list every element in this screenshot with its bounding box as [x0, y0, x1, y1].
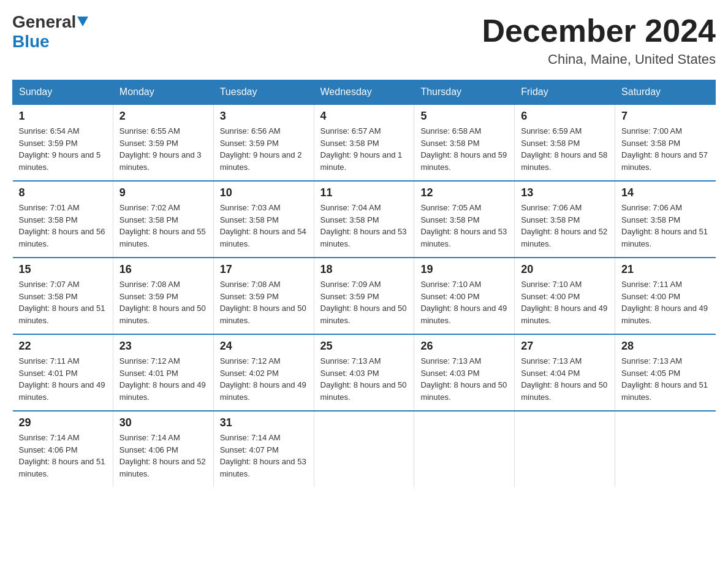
table-row: 1 Sunrise: 6:54 AMSunset: 3:59 PMDayligh…: [13, 104, 113, 181]
day-info: Sunrise: 7:13 AMSunset: 4:03 PMDaylight:…: [320, 355, 408, 403]
page-header: General Blue December 2024 China, Maine,…: [12, 12, 716, 67]
day-info: Sunrise: 7:05 AMSunset: 3:58 PMDaylight:…: [420, 202, 508, 250]
day-number: 16: [119, 263, 207, 276]
table-row: [515, 411, 615, 487]
day-info: Sunrise: 7:14 AMSunset: 4:06 PMDaylight:…: [19, 432, 107, 480]
day-number: 30: [119, 416, 207, 429]
table-row: 18 Sunrise: 7:09 AMSunset: 3:59 PMDaylig…: [314, 258, 414, 334]
table-row: 21 Sunrise: 7:11 AMSunset: 4:00 PMDaylig…: [615, 258, 716, 334]
calendar-subtitle: China, Maine, United States: [482, 52, 716, 67]
day-number: 31: [220, 416, 308, 429]
calendar-title: December 2024: [482, 12, 716, 49]
header-thursday: Thursday: [414, 80, 515, 105]
day-number: 6: [521, 110, 609, 123]
day-number: 1: [19, 110, 107, 123]
day-info: Sunrise: 7:12 AMSunset: 4:02 PMDaylight:…: [220, 355, 308, 403]
day-number: 27: [521, 340, 609, 353]
day-info: Sunrise: 7:06 AMSunset: 3:58 PMDaylight:…: [621, 202, 709, 250]
table-row: 24 Sunrise: 7:12 AMSunset: 4:02 PMDaylig…: [213, 334, 314, 411]
day-number: 13: [521, 186, 609, 199]
header-tuesday: Tuesday: [213, 80, 314, 105]
day-number: 22: [19, 340, 107, 353]
svg-marker-0: [77, 17, 88, 26]
calendar-week-row: 29 Sunrise: 7:14 AMSunset: 4:06 PMDaylig…: [13, 411, 716, 487]
day-info: Sunrise: 6:56 AMSunset: 3:59 PMDaylight:…: [220, 125, 308, 173]
day-info: Sunrise: 7:06 AMSunset: 3:58 PMDaylight:…: [521, 202, 609, 250]
table-row: 19 Sunrise: 7:10 AMSunset: 4:00 PMDaylig…: [414, 258, 515, 334]
day-number: 14: [621, 186, 709, 199]
calendar-week-row: 8 Sunrise: 7:01 AMSunset: 3:58 PMDayligh…: [13, 181, 716, 258]
day-info: Sunrise: 7:11 AMSunset: 4:00 PMDaylight:…: [621, 278, 709, 326]
table-row: 26 Sunrise: 7:13 AMSunset: 4:03 PMDaylig…: [414, 334, 515, 411]
day-number: 4: [320, 110, 408, 123]
header-monday: Monday: [113, 80, 213, 105]
table-row: 17 Sunrise: 7:08 AMSunset: 3:59 PMDaylig…: [213, 258, 314, 334]
table-row: 29 Sunrise: 7:14 AMSunset: 4:06 PMDaylig…: [13, 411, 113, 487]
table-row: 3 Sunrise: 6:56 AMSunset: 3:59 PMDayligh…: [213, 104, 314, 181]
table-row: 16 Sunrise: 7:08 AMSunset: 3:59 PMDaylig…: [113, 258, 213, 334]
day-number: 10: [220, 186, 308, 199]
header-saturday: Saturday: [615, 80, 716, 105]
day-number: 8: [19, 186, 107, 199]
day-info: Sunrise: 7:10 AMSunset: 4:00 PMDaylight:…: [420, 278, 508, 326]
table-row: 10 Sunrise: 7:03 AMSunset: 3:58 PMDaylig…: [213, 181, 314, 258]
header-sunday: Sunday: [13, 80, 113, 105]
calendar-week-row: 1 Sunrise: 6:54 AMSunset: 3:59 PMDayligh…: [13, 104, 716, 181]
day-number: 23: [119, 340, 207, 353]
table-row: 9 Sunrise: 7:02 AMSunset: 3:58 PMDayligh…: [113, 181, 213, 258]
day-number: 20: [521, 263, 609, 276]
day-info: Sunrise: 6:55 AMSunset: 3:59 PMDaylight:…: [119, 125, 207, 173]
table-row: 5 Sunrise: 6:58 AMSunset: 3:58 PMDayligh…: [414, 104, 515, 181]
logo-blue-text: Blue: [12, 32, 50, 51]
logo: General Blue: [12, 12, 88, 52]
day-info: Sunrise: 7:10 AMSunset: 4:00 PMDaylight:…: [521, 278, 609, 326]
table-row: 4 Sunrise: 6:57 AMSunset: 3:58 PMDayligh…: [314, 104, 414, 181]
day-info: Sunrise: 6:59 AMSunset: 3:58 PMDaylight:…: [521, 125, 609, 173]
day-info: Sunrise: 7:00 AMSunset: 3:58 PMDaylight:…: [621, 125, 709, 173]
day-number: 24: [220, 340, 308, 353]
day-info: Sunrise: 6:58 AMSunset: 3:58 PMDaylight:…: [420, 125, 508, 173]
table-row: [314, 411, 414, 487]
table-row: 6 Sunrise: 6:59 AMSunset: 3:58 PMDayligh…: [515, 104, 615, 181]
day-info: Sunrise: 7:07 AMSunset: 3:58 PMDaylight:…: [19, 278, 107, 326]
day-number: 7: [621, 110, 709, 123]
day-number: 12: [420, 186, 508, 199]
day-info: Sunrise: 7:01 AMSunset: 3:58 PMDaylight:…: [19, 202, 107, 250]
title-block: December 2024 China, Maine, United State…: [482, 12, 716, 67]
table-row: 28 Sunrise: 7:13 AMSunset: 4:05 PMDaylig…: [615, 334, 716, 411]
calendar-table: Sunday Monday Tuesday Wednesday Thursday…: [12, 80, 716, 487]
calendar-week-row: 22 Sunrise: 7:11 AMSunset: 4:01 PMDaylig…: [13, 334, 716, 411]
day-info: Sunrise: 7:13 AMSunset: 4:05 PMDaylight:…: [621, 355, 709, 403]
table-row: 20 Sunrise: 7:10 AMSunset: 4:00 PMDaylig…: [515, 258, 615, 334]
day-info: Sunrise: 7:08 AMSunset: 3:59 PMDaylight:…: [119, 278, 207, 326]
table-row: 15 Sunrise: 7:07 AMSunset: 3:58 PMDaylig…: [13, 258, 113, 334]
table-row: 27 Sunrise: 7:13 AMSunset: 4:04 PMDaylig…: [515, 334, 615, 411]
day-number: 15: [19, 263, 107, 276]
header-wednesday: Wednesday: [314, 80, 414, 105]
day-info: Sunrise: 6:57 AMSunset: 3:58 PMDaylight:…: [320, 125, 408, 173]
table-row: 25 Sunrise: 7:13 AMSunset: 4:03 PMDaylig…: [314, 334, 414, 411]
day-number: 9: [119, 186, 207, 199]
table-row: [615, 411, 716, 487]
day-info: Sunrise: 6:54 AMSunset: 3:59 PMDaylight:…: [19, 125, 107, 173]
day-info: Sunrise: 7:08 AMSunset: 3:59 PMDaylight:…: [220, 278, 308, 326]
day-number: 21: [621, 263, 709, 276]
day-info: Sunrise: 7:04 AMSunset: 3:58 PMDaylight:…: [320, 202, 408, 250]
day-number: 28: [621, 340, 709, 353]
table-row: 31 Sunrise: 7:14 AMSunset: 4:07 PMDaylig…: [213, 411, 314, 487]
day-info: Sunrise: 7:02 AMSunset: 3:58 PMDaylight:…: [119, 202, 207, 250]
table-row: 8 Sunrise: 7:01 AMSunset: 3:58 PMDayligh…: [13, 181, 113, 258]
day-info: Sunrise: 7:13 AMSunset: 4:03 PMDaylight:…: [420, 355, 508, 403]
table-row: 23 Sunrise: 7:12 AMSunset: 4:01 PMDaylig…: [113, 334, 213, 411]
table-row: [414, 411, 515, 487]
day-number: 2: [119, 110, 207, 123]
day-number: 29: [19, 416, 107, 429]
day-number: 5: [420, 110, 508, 123]
day-info: Sunrise: 7:11 AMSunset: 4:01 PMDaylight:…: [19, 355, 107, 403]
day-info: Sunrise: 7:03 AMSunset: 3:58 PMDaylight:…: [220, 202, 308, 250]
logo-triangle-icon: [77, 17, 88, 29]
day-number: 25: [320, 340, 408, 353]
table-row: 12 Sunrise: 7:05 AMSunset: 3:58 PMDaylig…: [414, 181, 515, 258]
day-number: 3: [220, 110, 308, 123]
table-row: 22 Sunrise: 7:11 AMSunset: 4:01 PMDaylig…: [13, 334, 113, 411]
